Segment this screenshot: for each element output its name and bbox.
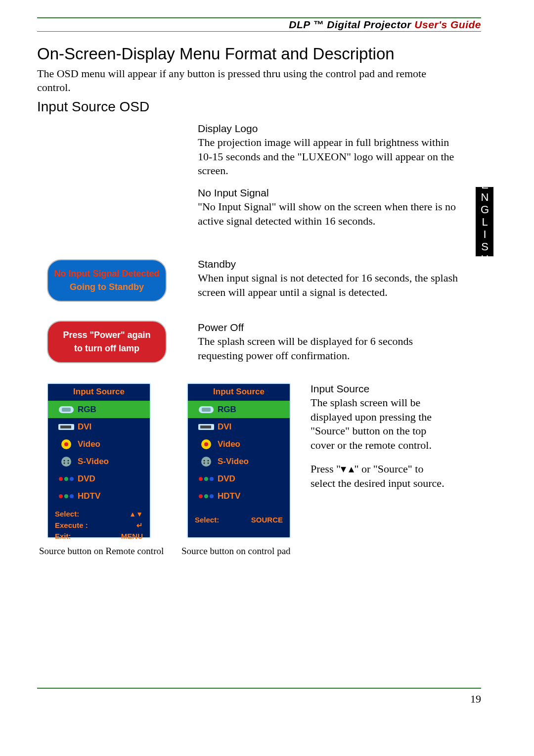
component-hdtv-icon: [55, 494, 78, 499]
input-row-rgb: RGB: [188, 401, 290, 418]
svg-point-26: [204, 462, 205, 464]
osd-poweroff-splash: Press "Power" again to turn off lamp: [47, 321, 167, 363]
osd-standby-line2: Going to Standby: [70, 281, 144, 294]
input-row-hdtv: HDTV: [48, 487, 150, 505]
section-standby: Standby When input signal is not detecte…: [198, 258, 460, 299]
osd-standby-line1: No Input Signal Detected: [54, 267, 159, 281]
svg-point-13: [70, 477, 74, 481]
subheading-input-source: Input Source: [311, 383, 449, 395]
svg-point-10: [68, 462, 69, 464]
svg-point-14: [59, 494, 63, 498]
footer-exit-label: Exit:: [55, 531, 71, 542]
svg-point-27: [208, 462, 209, 464]
input-row-dvi: DVI: [188, 418, 290, 435]
input-row-dvd: DVD: [188, 470, 290, 487]
header-right: User's Guide: [414, 19, 481, 30]
osd-poweroff-line2: to turn off lamp: [74, 342, 139, 355]
enter-icon: ↵: [136, 520, 143, 531]
section-display-logo: Display Logo The projection image will a…: [198, 123, 460, 178]
panel-title: Input Source: [188, 384, 290, 401]
caption-remote: Source button on Remote control: [39, 546, 164, 557]
language-tab: ENGLISH: [476, 187, 493, 256]
updown-icon: ▲▼: [129, 509, 143, 520]
top-rule: [37, 17, 481, 18]
input-source-panel-controlpad: Input Source RGB DVI Video S-Video DVD H…: [187, 383, 291, 538]
footer-source-label: SOURCE: [251, 515, 283, 526]
input-label: DVI: [78, 422, 91, 432]
svg-point-24: [204, 460, 205, 461]
panel-title: Input Source: [48, 384, 150, 401]
dvi-icon: [55, 424, 78, 430]
input-label: Video: [78, 439, 100, 449]
section-no-input: No Input Signal "No Input Signal" will s…: [198, 187, 460, 228]
svg-point-30: [210, 477, 214, 481]
input-label: RGB: [78, 405, 96, 415]
composite-video-icon: [195, 439, 218, 450]
input-row-video: Video: [48, 435, 150, 453]
vga-icon: [195, 406, 218, 413]
svg-rect-3: [60, 425, 71, 428]
input-row-dvi: DVI: [48, 418, 150, 435]
subheading-power-off: Power Off: [198, 322, 460, 333]
bottom-rule: [37, 688, 481, 689]
header-underline: [37, 31, 481, 32]
svg-rect-1: [62, 408, 71, 412]
page-number: 19: [470, 693, 481, 706]
header-left: DLP ™ Digital Projector: [289, 19, 411, 30]
input-label: DVD: [218, 474, 235, 484]
body-input-source-p1: The splash screen will be displayed upon…: [311, 396, 449, 452]
svg-point-29: [204, 477, 208, 481]
composite-video-icon: [55, 439, 78, 450]
intro-paragraph: The OSD menu will appear if any button i…: [37, 67, 457, 94]
svg-point-11: [59, 477, 63, 481]
footer-select-label: Select:: [195, 515, 219, 526]
svg-point-15: [64, 494, 68, 498]
subheading-no-input: No Input Signal: [198, 187, 460, 199]
svg-point-32: [204, 494, 208, 498]
input-source-panel-remote: Input Source RGB DVI Video S-Video DVD H…: [47, 383, 151, 538]
svideo-icon: [195, 456, 218, 467]
body-display-logo: The projection image will appear in full…: [198, 136, 460, 178]
input-row-video: Video: [188, 435, 290, 453]
svg-rect-18: [202, 408, 211, 412]
input-label: DVI: [218, 422, 231, 432]
body-standby: When input signal is not detected for 16…: [198, 271, 460, 299]
footer-menu-label: MENU: [121, 531, 143, 542]
svg-point-8: [68, 460, 69, 461]
panel-footer-controlpad: Select: SOURCE: [188, 505, 290, 531]
svg-point-9: [64, 462, 65, 464]
input-label: S-Video: [78, 457, 109, 467]
subheading-display-logo: Display Logo: [198, 123, 460, 135]
svg-point-7: [64, 460, 65, 461]
svg-point-22: [204, 442, 208, 446]
svg-point-23: [201, 457, 211, 467]
component-hdtv-icon: [195, 494, 218, 499]
running-header: DLP ™ Digital Projector User's Guide: [289, 19, 481, 31]
osd-poweroff-line1: Press "Power" again: [63, 329, 150, 342]
svg-point-6: [61, 457, 71, 467]
input-row-svideo: S-Video: [188, 453, 290, 470]
component-dvd-icon: [55, 476, 78, 481]
footer-select-label: Select:: [55, 509, 79, 520]
input-label: RGB: [218, 405, 236, 415]
section-heading: Input Source OSD: [37, 99, 149, 115]
panel-footer-remote: Select: ▲▼ Execute : ↵ Exit: MENU: [48, 505, 150, 547]
svg-point-33: [210, 494, 214, 498]
footer-execute-label: Execute :: [55, 520, 88, 531]
subheading-standby: Standby: [198, 258, 460, 270]
body-no-input: "No Input Signal" will show on the scree…: [198, 200, 460, 228]
svg-point-25: [208, 460, 209, 461]
input-row-hdtv: HDTV: [188, 487, 290, 505]
section-power-off: Power Off The splash screen will be disp…: [198, 322, 460, 363]
svg-rect-20: [200, 425, 211, 428]
svg-point-12: [64, 477, 68, 481]
page-title: On-Screen-Display Menu Format and Descri…: [37, 45, 395, 63]
input-label: DVD: [78, 474, 95, 484]
input-label: Video: [218, 439, 240, 449]
svg-point-16: [70, 494, 74, 498]
input-row-rgb: RGB: [48, 401, 150, 418]
section-input-source: Input Source The splash screen will be d…: [311, 383, 449, 491]
input-row-dvd: DVD: [48, 470, 150, 487]
body-input-source-p2: Press "▾ ▴" or "Source" to select the de…: [311, 462, 449, 490]
component-dvd-icon: [195, 476, 218, 481]
